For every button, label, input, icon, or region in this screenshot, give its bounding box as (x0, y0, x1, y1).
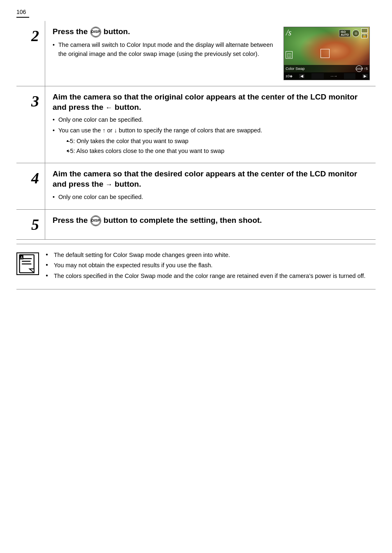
bullet-item: You can use the ↑ or ↓ button to specify… (53, 126, 370, 155)
step-title-5: Press the DISP button to complete the se… (53, 215, 370, 226)
lcd-rect-icon (361, 28, 368, 33)
lcd-ctrl-right-btn: ▶ (362, 74, 368, 78)
step-text-2: Press the DISP button. The camera will s… (53, 27, 277, 80)
lcd-ctrl-pm: ±0◈ (286, 74, 293, 78)
lcd-overlay: /s ISOAUTO ⊙ 🔒 (284, 27, 369, 80)
lcd-lock-icon: 🔒 (361, 34, 368, 38)
step-bullets-3: Only one color can be specified. You can… (53, 116, 370, 155)
lcd-slash-icon: /s (286, 28, 291, 37)
lcd-disp-circle: DISP (356, 65, 362, 72)
note-bullets: The default setting for Color Swap mode … (46, 251, 376, 282)
lcd-color-swap-label: Color Swap DISP ↑5 (284, 65, 369, 72)
sub-bullet-item: +5: Also takes colors close to the one t… (67, 147, 370, 156)
lcd-bottom-bar: Color Swap DISP ↑5 ±0◈ ◀ ···→ (284, 65, 369, 80)
note-bullet-item-2: You may not obtain the expected results … (46, 261, 376, 270)
step-content-5: Press the DISP button to complete the se… (45, 210, 376, 239)
note-icon-svg: A (17, 252, 38, 275)
step-bullets-4: Only one color can be specified. (53, 193, 370, 202)
lcd-color-swap-text: Color Swap (286, 67, 305, 71)
step-number-4: 4 (16, 163, 45, 209)
sub-bullet-item: –5: Only takes the color that you want t… (67, 137, 370, 146)
step-row-3: 3 Aim the camera so that the original co… (16, 86, 376, 163)
lcd-camera-icon: ◫ (286, 51, 293, 59)
step-number-5: 5 (16, 210, 45, 239)
step-title-2: Press the DISP button. (53, 27, 277, 37)
steps-table: 2 Press the DISP button. The camera will… (16, 21, 376, 240)
lcd-settings-icon: ⊙ (352, 30, 360, 37)
note-icon: A (16, 252, 39, 275)
right-arrow-icon: → (106, 180, 113, 188)
step-row-4: 4 Aim the camera so that the desired col… (16, 163, 376, 209)
disp-button-icon: DISP (90, 27, 101, 37)
lcd-ctrl-left-btn: ◀ (299, 74, 304, 78)
lcd-target-box (321, 49, 330, 58)
bullet-item: Only one color can be specified. (53, 193, 370, 202)
page-container: 106 2 Press the DISP button. The camera … (0, 0, 392, 553)
lcd-top-icons: ISOAUTO ⊙ 🔒 (339, 28, 368, 38)
lcd-ctrl-black2 (344, 73, 355, 79)
page-number: 106 (16, 9, 29, 18)
step-row-2: 2 Press the DISP button. The camera will… (16, 21, 376, 86)
lcd-ctrl-black1 (311, 73, 324, 79)
camera-lcd-image: /s ISOAUTO ⊙ 🔒 (284, 27, 370, 80)
note-section: A The default setting for Color Swap mod… (16, 244, 376, 289)
left-arrow-icon: ← (106, 104, 113, 111)
lcd-mode-icons: 🔒 (361, 28, 368, 38)
step-number-3: 3 (16, 86, 45, 163)
bullet-item: Only one color can be specified. (53, 116, 370, 125)
disp-button-icon-5: DISP (90, 215, 101, 226)
bullet-item: The camera will switch to Color Input mo… (53, 41, 277, 59)
lcd-bottom-controls: ±0◈ ◀ ···→ ▶ (284, 72, 369, 80)
svg-text:A: A (20, 255, 23, 259)
step-row-5: 5 Press the DISP button to complete the … (16, 210, 376, 240)
step-title-4: Aim the camera so that the desired color… (53, 169, 370, 189)
note-bullet-item-3: The colors specified in the Color Swap m… (46, 272, 376, 281)
lcd-disp-indicator: DISP ↑5 (356, 65, 368, 72)
step-content-4: Aim the camera so that the desired color… (45, 163, 376, 209)
step-title-3: Aim the camera so that the original colo… (53, 92, 370, 112)
step-content-3: Aim the camera so that the original colo… (45, 86, 376, 163)
step-content-2: Press the DISP button. The camera will s… (45, 21, 376, 86)
step-sub-bullets-3: –5: Only takes the color that you want t… (67, 137, 370, 156)
step-bullets-2: The camera will switch to Color Input mo… (53, 41, 277, 59)
lcd-iso-display: ISOAUTO (339, 30, 350, 37)
lcd-arrow-indicator: ↑5 (364, 67, 368, 71)
lcd-ctrl-arrow-right: ···→ (330, 74, 337, 78)
note-bullet-item-1: The default setting for Color Swap mode … (46, 251, 376, 260)
step-number-2: 2 (16, 21, 45, 86)
